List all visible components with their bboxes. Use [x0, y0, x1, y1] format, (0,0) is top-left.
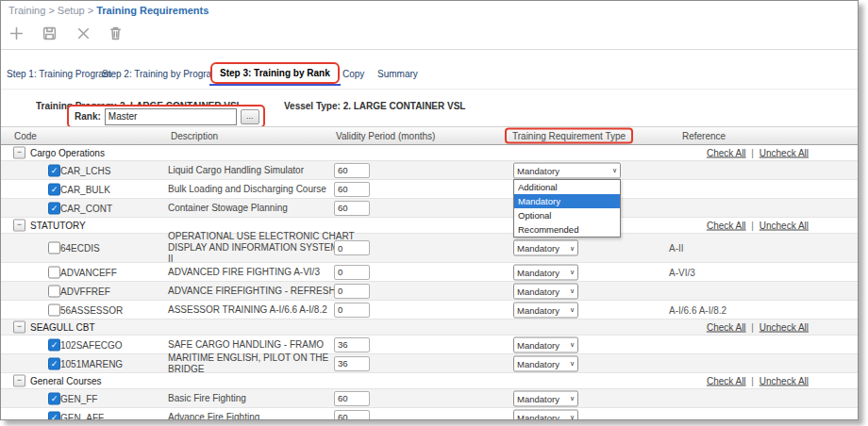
course-description: Container Stowage Planning — [168, 203, 361, 214]
course-description: Advance Fire Fighting — [168, 412, 361, 421]
group-row: −SEAGULL CBTCheck All | Uncheck All — [1, 320, 858, 336]
chevron-down-icon: ∨ — [612, 167, 617, 174]
course-code: GEN_FF — [60, 393, 97, 403]
chevron-down-icon: ∨ — [570, 414, 575, 421]
save-icon[interactable] — [42, 25, 58, 41]
course-description: ASSESSOR TRAINING A-I/6.6 A-I/8.2 — [168, 304, 361, 316]
table-row: ✓GEN_FFBasic Fire FightingMandatory∨ — [1, 389, 858, 408]
validity-input[interactable] — [334, 410, 370, 421]
tab-step-1-training-program[interactable]: Step 1: Training Program — [7, 69, 111, 79]
course-code: ADVANCEFF — [60, 267, 117, 277]
course-description: Basic Fire Fighting — [168, 393, 361, 404]
requirement-type-select[interactable]: Mandatory∨ — [513, 409, 578, 420]
close-icon[interactable] — [75, 25, 92, 41]
column-header-code: Code — [14, 131, 37, 141]
requirement-type-select[interactable]: Mandatory∨ — [513, 162, 621, 178]
select-option[interactable]: Optional — [514, 208, 620, 222]
collapse-icon[interactable]: − — [13, 147, 25, 159]
toolbar — [1, 21, 858, 50]
group-row: −General CoursesCheck All | Uncheck All — [1, 373, 858, 389]
course-description: ADVANCED FIRE FIGHTING A-VI/3 — [168, 267, 361, 278]
row-checkbox[interactable]: ✓ — [48, 183, 60, 195]
requirement-type-value: Mandatory — [517, 339, 570, 350]
requirement-type-select[interactable]: Mandatory∨ — [513, 283, 578, 299]
tab-step-3-training-by-rank[interactable]: Step 3: Training by Rank — [210, 62, 340, 84]
reference-value: A-VI/3 — [669, 267, 695, 277]
row-checkbox[interactable] — [48, 266, 60, 278]
course-code: GEN_AFF — [60, 412, 104, 420]
requirement-type-select[interactable]: Mandatory∨ — [513, 240, 578, 256]
validity-input[interactable] — [334, 337, 370, 352]
table-row: 64ECDISOPERATIONAL USE ELECTRONIC CHART … — [1, 234, 858, 263]
requirement-type-value: Mandatory — [517, 243, 570, 254]
row-checkbox[interactable]: ✓ — [48, 392, 60, 404]
requirement-type-select[interactable]: Mandatory∨ — [513, 264, 578, 280]
course-description: SAFE CARGO HANDLING - FRAMO — [168, 339, 361, 351]
row-checkbox[interactable] — [48, 242, 60, 254]
requirement-type-value: Mandatory — [517, 267, 570, 277]
check-all-link[interactable]: Check All — [707, 148, 746, 158]
row-checkbox[interactable]: ✓ — [48, 202, 60, 214]
group-links: Check All | Uncheck All — [707, 148, 809, 158]
requirement-type-select[interactable]: Mandatory∨ — [513, 355, 578, 371]
add-icon[interactable] — [8, 25, 25, 41]
group-links: Check All | Uncheck All — [707, 221, 809, 231]
select-option[interactable]: Recommended — [514, 222, 620, 237]
course-code: CAR_CONT — [60, 203, 112, 213]
requirement-type-select[interactable]: Mandatory∨ — [513, 336, 578, 352]
tab-copy[interactable]: Copy — [342, 69, 364, 79]
check-all-link[interactable]: Check All — [707, 376, 746, 386]
delete-icon[interactable] — [108, 25, 124, 41]
group-row: −Cargo OperationsCheck All | Uncheck All — [1, 145, 858, 161]
chevron-down-icon: ∨ — [570, 341, 575, 349]
validity-input[interactable] — [334, 163, 370, 178]
reference-value: A-II — [669, 243, 684, 254]
validity-input[interactable] — [334, 356, 370, 371]
course-code: 1051MARENG — [60, 358, 123, 369]
tab-summary[interactable]: Summary — [377, 69, 418, 79]
vessel-type-value: 2. LARGE CONTAINER VSL — [343, 101, 466, 111]
select-option[interactable]: Additional — [514, 180, 620, 194]
chevron-down-icon: ∨ — [570, 360, 575, 368]
validity-input[interactable] — [334, 284, 370, 299]
validity-input[interactable] — [334, 391, 370, 406]
collapse-icon[interactable]: − — [13, 375, 25, 387]
course-code: 56ASSESSOR — [60, 304, 123, 315]
row-checkbox[interactable]: ✓ — [48, 357, 60, 369]
validity-input[interactable] — [334, 201, 370, 216]
chevron-down-icon: ∨ — [570, 244, 575, 252]
uncheck-all-link[interactable]: Uncheck All — [760, 376, 809, 386]
check-all-link[interactable]: Check All — [707, 322, 746, 333]
select-option[interactable]: Mandatory — [514, 194, 620, 208]
group-name: General Courses — [30, 376, 102, 386]
validity-input[interactable] — [334, 182, 370, 197]
collapse-icon[interactable]: − — [13, 321, 25, 334]
tab-strip: Step 1: Training ProgramStep 2: Training… — [1, 57, 858, 90]
uncheck-all-link[interactable]: Uncheck All — [760, 221, 809, 231]
requirement-type-select[interactable]: Mandatory∨ — [513, 390, 578, 406]
grid-header: Code Description Validity Period (months… — [1, 126, 858, 145]
table-row: ✓CAR_BULKBulk Loading and Discharging Co… — [1, 180, 858, 199]
breadcrumb-path[interactable]: Training > Setup > — [8, 5, 93, 16]
uncheck-all-link[interactable]: Uncheck All — [760, 148, 809, 158]
row-checkbox[interactable] — [48, 285, 60, 297]
row-checkbox[interactable]: ✓ — [48, 164, 60, 176]
validity-input[interactable] — [334, 265, 370, 280]
tab-step-2-training-by-program[interactable]: Step 2: Training by Program — [102, 69, 220, 79]
validity-input[interactable] — [334, 240, 370, 255]
rank-label: Rank: — [75, 111, 101, 122]
course-code: CAR_BULK — [60, 184, 110, 194]
table-row: ✓CAR_LCHSLiquid Cargo Handling Simulator… — [1, 161, 858, 180]
check-all-link[interactable]: Check All — [707, 221, 746, 231]
row-checkbox[interactable] — [48, 303, 60, 316]
course-description: Liquid Cargo Handling Simulator — [168, 165, 361, 176]
requirement-type-select[interactable]: Mandatory∨ — [513, 302, 578, 318]
validity-input[interactable] — [334, 303, 370, 318]
course-code: 102SAFECGO — [60, 339, 123, 350]
uncheck-all-link[interactable]: Uncheck All — [760, 322, 809, 333]
rank-input[interactable] — [105, 108, 237, 125]
row-checkbox[interactable]: ✓ — [48, 411, 60, 420]
rank-browse-button[interactable]: ... — [241, 109, 259, 124]
collapse-icon[interactable]: − — [13, 220, 25, 232]
row-checkbox[interactable]: ✓ — [48, 338, 60, 351]
